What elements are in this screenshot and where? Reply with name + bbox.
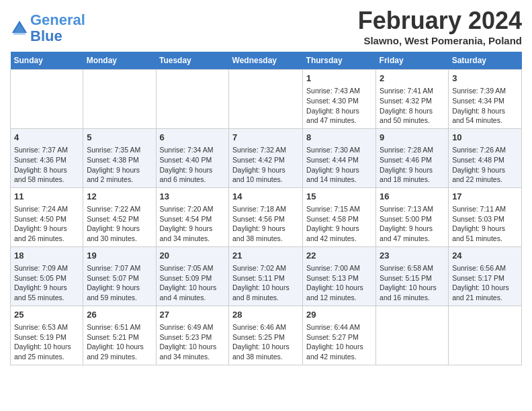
calendar-cell: 22Sunrise: 7:00 AM Sunset: 5:13 PM Dayli… (303, 246, 376, 306)
day-info: Sunrise: 7:18 AM Sunset: 4:56 PM Dayligh… (232, 204, 299, 244)
day-info: Sunrise: 6:46 AM Sunset: 5:25 PM Dayligh… (232, 322, 299, 362)
day-number: 25 (14, 309, 79, 321)
day-number: 24 (452, 250, 518, 262)
day-info: Sunrise: 7:22 AM Sunset: 4:52 PM Dayligh… (87, 204, 152, 244)
day-number: 18 (14, 250, 79, 262)
day-number: 20 (160, 250, 226, 262)
day-number: 3 (452, 73, 518, 85)
calendar-cell: 14Sunrise: 7:18 AM Sunset: 4:56 PM Dayli… (229, 187, 303, 246)
calendar-cell: 27Sunrise: 6:49 AM Sunset: 5:23 PM Dayli… (156, 306, 229, 365)
day-info: Sunrise: 7:15 AM Sunset: 4:58 PM Dayligh… (306, 204, 372, 244)
week-row-1: 1Sunrise: 7:43 AM Sunset: 4:30 PM Daylig… (11, 70, 522, 129)
weekday-header-thursday: Thursday (303, 52, 376, 70)
day-number: 23 (380, 250, 445, 262)
day-info: Sunrise: 7:26 AM Sunset: 4:48 PM Dayligh… (452, 145, 518, 185)
day-info: Sunrise: 7:28 AM Sunset: 4:46 PM Dayligh… (380, 145, 445, 185)
day-info: Sunrise: 7:11 AM Sunset: 5:03 PM Dayligh… (452, 204, 518, 244)
day-number: 6 (160, 132, 226, 144)
calendar-cell: 17Sunrise: 7:11 AM Sunset: 5:03 PM Dayli… (449, 187, 522, 246)
calendar-cell (83, 70, 156, 129)
calendar-cell: 11Sunrise: 7:24 AM Sunset: 4:50 PM Dayli… (11, 187, 83, 246)
day-info: Sunrise: 7:32 AM Sunset: 4:42 PM Dayligh… (232, 145, 299, 185)
calendar-cell: 7Sunrise: 7:32 AM Sunset: 4:42 PM Daylig… (229, 128, 303, 187)
weekday-header-friday: Friday (376, 52, 449, 70)
calendar-cell: 12Sunrise: 7:22 AM Sunset: 4:52 PM Dayli… (83, 187, 156, 246)
day-info: Sunrise: 7:43 AM Sunset: 4:30 PM Dayligh… (306, 86, 372, 126)
day-info: Sunrise: 7:00 AM Sunset: 5:13 PM Dayligh… (306, 263, 372, 303)
weekday-header-saturday: Saturday (449, 52, 522, 70)
day-info: Sunrise: 7:20 AM Sunset: 4:54 PM Dayligh… (160, 204, 226, 244)
day-number: 1 (306, 73, 372, 85)
calendar-cell: 29Sunrise: 6:44 AM Sunset: 5:27 PM Dayli… (303, 306, 376, 365)
day-number: 29 (306, 309, 372, 321)
day-number: 7 (232, 132, 299, 144)
day-info: Sunrise: 7:37 AM Sunset: 4:36 PM Dayligh… (14, 145, 79, 185)
day-number: 2 (380, 73, 445, 85)
day-number: 28 (232, 309, 299, 321)
calendar-cell: 16Sunrise: 7:13 AM Sunset: 5:00 PM Dayli… (376, 187, 449, 246)
logo: General Blue (10, 12, 85, 44)
day-number: 13 (160, 191, 226, 203)
day-info: Sunrise: 7:02 AM Sunset: 5:11 PM Dayligh… (232, 263, 299, 303)
day-number: 21 (232, 250, 299, 262)
week-row-5: 25Sunrise: 6:53 AM Sunset: 5:19 PM Dayli… (11, 306, 522, 365)
calendar-cell: 24Sunrise: 6:56 AM Sunset: 5:17 PM Dayli… (449, 246, 522, 306)
calendar-cell: 4Sunrise: 7:37 AM Sunset: 4:36 PM Daylig… (11, 128, 83, 187)
weekday-header-wednesday: Wednesday (229, 52, 303, 70)
calendar-cell: 6Sunrise: 7:34 AM Sunset: 4:40 PM Daylig… (156, 128, 229, 187)
calendar-cell: 3Sunrise: 7:39 AM Sunset: 4:34 PM Daylig… (449, 70, 522, 129)
day-info: Sunrise: 6:51 AM Sunset: 5:21 PM Dayligh… (87, 322, 152, 362)
calendar-cell: 8Sunrise: 7:30 AM Sunset: 4:44 PM Daylig… (303, 128, 376, 187)
calendar-cell (449, 306, 522, 365)
weekday-header-sunday: Sunday (11, 52, 83, 70)
calendar-table: SundayMondayTuesdayWednesdayThursdayFrid… (10, 52, 522, 365)
calendar-cell (156, 70, 229, 129)
weekday-header-monday: Monday (83, 52, 156, 70)
weekday-header-row: SundayMondayTuesdayWednesdayThursdayFrid… (11, 52, 522, 70)
logo-line1: General (30, 11, 85, 28)
calendar-cell: 21Sunrise: 7:02 AM Sunset: 5:11 PM Dayli… (229, 246, 303, 306)
calendar-cell: 10Sunrise: 7:26 AM Sunset: 4:48 PM Dayli… (449, 128, 522, 187)
calendar-cell: 18Sunrise: 7:09 AM Sunset: 5:05 PM Dayli… (11, 246, 83, 306)
week-row-4: 18Sunrise: 7:09 AM Sunset: 5:05 PM Dayli… (11, 246, 522, 306)
week-row-2: 4Sunrise: 7:37 AM Sunset: 4:36 PM Daylig… (11, 128, 522, 187)
day-number: 27 (160, 309, 226, 321)
day-info: Sunrise: 6:49 AM Sunset: 5:23 PM Dayligh… (160, 322, 226, 362)
calendar-cell: 5Sunrise: 7:35 AM Sunset: 4:38 PM Daylig… (83, 128, 156, 187)
calendar-cell: 13Sunrise: 7:20 AM Sunset: 4:54 PM Dayli… (156, 187, 229, 246)
day-info: Sunrise: 7:13 AM Sunset: 5:00 PM Dayligh… (380, 204, 445, 244)
calendar-cell: 1Sunrise: 7:43 AM Sunset: 4:30 PM Daylig… (303, 70, 376, 129)
day-number: 9 (380, 132, 445, 144)
calendar-cell: 15Sunrise: 7:15 AM Sunset: 4:58 PM Dayli… (303, 187, 376, 246)
calendar-cell: 25Sunrise: 6:53 AM Sunset: 5:19 PM Dayli… (11, 306, 83, 365)
logo-line2: Blue (30, 28, 62, 44)
day-info: Sunrise: 7:09 AM Sunset: 5:05 PM Dayligh… (14, 263, 79, 303)
weekday-header-tuesday: Tuesday (156, 52, 229, 70)
day-number: 19 (87, 250, 152, 262)
day-number: 22 (306, 250, 372, 262)
calendar-cell: 9Sunrise: 7:28 AM Sunset: 4:46 PM Daylig… (376, 128, 449, 187)
logo-text: General Blue (30, 12, 85, 44)
day-info: Sunrise: 6:56 AM Sunset: 5:17 PM Dayligh… (452, 263, 518, 303)
day-number: 5 (87, 132, 152, 144)
day-number: 11 (14, 191, 79, 203)
day-info: Sunrise: 7:30 AM Sunset: 4:44 PM Dayligh… (306, 145, 372, 185)
title-area: February 2024 Slawno, West Pomerania, Po… (358, 7, 522, 46)
day-number: 17 (452, 191, 518, 203)
day-number: 8 (306, 132, 372, 144)
day-info: Sunrise: 6:44 AM Sunset: 5:27 PM Dayligh… (306, 322, 372, 362)
calendar-cell: 28Sunrise: 6:46 AM Sunset: 5:25 PM Dayli… (229, 306, 303, 365)
day-info: Sunrise: 7:24 AM Sunset: 4:50 PM Dayligh… (14, 204, 79, 244)
day-number: 10 (452, 132, 518, 144)
logo-icon (10, 19, 29, 38)
calendar-cell: 2Sunrise: 7:41 AM Sunset: 4:32 PM Daylig… (376, 70, 449, 129)
day-number: 15 (306, 191, 372, 203)
calendar-cell: 23Sunrise: 6:58 AM Sunset: 5:15 PM Dayli… (376, 246, 449, 306)
calendar-cell: 20Sunrise: 7:05 AM Sunset: 5:09 PM Dayli… (156, 246, 229, 306)
day-info: Sunrise: 7:34 AM Sunset: 4:40 PM Dayligh… (160, 145, 226, 185)
day-info: Sunrise: 7:05 AM Sunset: 5:09 PM Dayligh… (160, 263, 226, 303)
header: General Blue February 2024 Slawno, West … (10, 7, 522, 46)
day-number: 12 (87, 191, 152, 203)
week-row-3: 11Sunrise: 7:24 AM Sunset: 4:50 PM Dayli… (11, 187, 522, 246)
calendar-cell (229, 70, 303, 129)
